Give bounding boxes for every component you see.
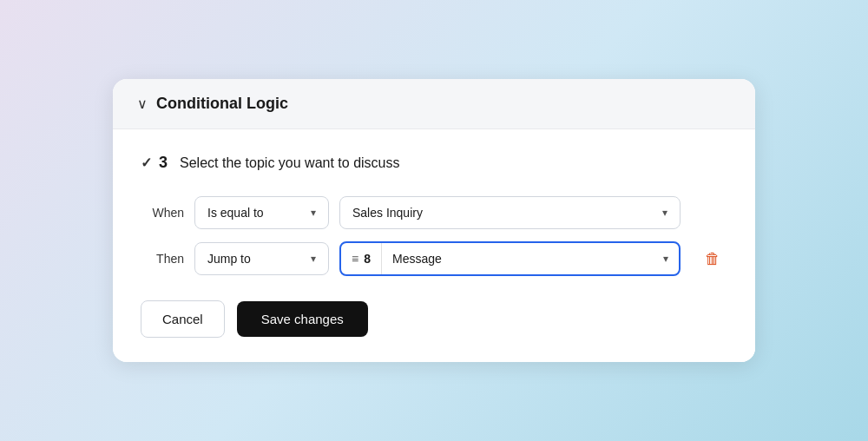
- trash-icon: 🗑: [705, 250, 720, 267]
- list-icon: ≡: [352, 252, 358, 266]
- section-title: Conditional Logic: [156, 95, 288, 113]
- condition-option-dropdown[interactable]: Sales Inquiry ▾: [339, 196, 681, 229]
- condition-option-value: Sales Inquiry: [352, 206, 423, 220]
- cancel-button[interactable]: Cancel: [141, 300, 225, 338]
- then-row: Then Jump to ▾ ≡ 8 Message ▾ 🗑: [141, 241, 727, 276]
- question-number: 3: [159, 154, 168, 172]
- chevron-down-icon: ▾: [662, 207, 667, 219]
- section-header: ∨ Conditional Logic: [113, 79, 755, 129]
- check-icon: ✓: [141, 155, 152, 171]
- when-label: When: [141, 206, 184, 220]
- chevron-down-icon: ▾: [311, 207, 316, 219]
- action-value: Jump to: [207, 252, 251, 266]
- logic-rows: When Is equal to ▾ Sales Inquiry ▾ Then …: [141, 196, 727, 276]
- action-row: Cancel Save changes: [141, 300, 727, 338]
- badge-section: ≡ 8: [341, 243, 382, 274]
- action-dropdown[interactable]: Jump to ▾: [194, 242, 329, 275]
- save-button[interactable]: Save changes: [237, 301, 368, 337]
- card-body: ✓ 3 Select the topic you want to discuss…: [113, 129, 755, 362]
- conditional-logic-card: ∨ Conditional Logic ✓ 3 Select the topic…: [113, 79, 755, 362]
- question-text: Select the topic you want to discuss: [180, 155, 399, 171]
- question-row: ✓ 3 Select the topic you want to discuss: [141, 154, 727, 172]
- target-dropdown[interactable]: ≡ 8 Message ▾: [339, 241, 681, 276]
- chevron-down-icon: ▾: [311, 253, 316, 265]
- when-row: When Is equal to ▾ Sales Inquiry ▾: [141, 196, 727, 229]
- chevron-down-icon: ∨: [137, 95, 148, 112]
- chevron-down-icon: ▾: [663, 253, 679, 265]
- delete-button[interactable]: 🗑: [698, 243, 727, 275]
- target-label: Message: [382, 243, 663, 274]
- then-label: Then: [141, 252, 184, 266]
- condition-value: Is equal to: [207, 206, 264, 220]
- condition-dropdown[interactable]: Is equal to ▾: [194, 196, 329, 229]
- target-number: 8: [364, 252, 371, 266]
- check-badge: ✓ 3: [141, 154, 168, 172]
